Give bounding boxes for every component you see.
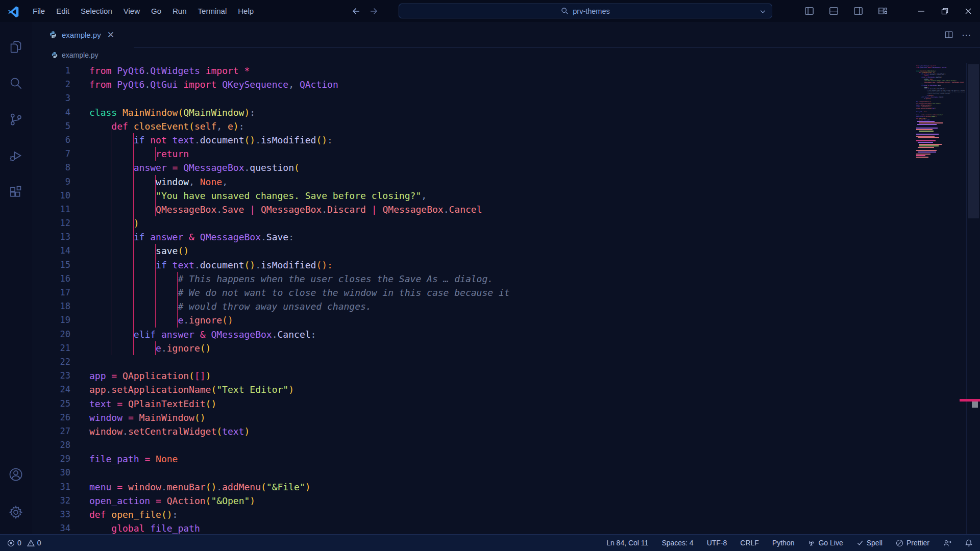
code-line[interactable]: 6 if not text.document().isModified():	[32, 133, 980, 147]
code-line[interactable]: 24app.setApplicationName("Text Editor")	[32, 383, 980, 396]
customize-layout-icon[interactable]	[874, 3, 891, 20]
line-number: 31	[32, 480, 70, 494]
problems-status[interactable]: 0 0	[7, 539, 41, 547]
code-line[interactable]: 14 save()	[32, 244, 980, 258]
line-number: 1	[32, 64, 70, 78]
code-line[interactable]: 19 e.ignore()	[32, 313, 980, 327]
back-arrow-icon[interactable]	[351, 6, 361, 16]
line-number: 33	[32, 508, 70, 521]
language-mode[interactable]: Python	[772, 539, 795, 547]
line-number: 23	[32, 369, 70, 383]
error-icon	[7, 539, 15, 547]
source-control-icon[interactable]	[0, 101, 32, 137]
menu-terminal[interactable]: Terminal	[192, 5, 233, 17]
toggle-secondary-sidebar-icon[interactable]	[849, 3, 867, 20]
encoding-setting[interactable]: UTF-8	[707, 539, 727, 547]
code-line[interactable]: 2from PyQt6.QtGui import QKeySequence, Q…	[32, 78, 980, 91]
check-icon	[856, 539, 864, 546]
code-line[interactable]: 33def open_file():	[32, 508, 980, 521]
line-number: 3	[32, 91, 70, 105]
code-line[interactable]: 30	[32, 466, 980, 480]
activity-bar	[0, 22, 32, 534]
forward-arrow-icon[interactable]	[369, 6, 379, 16]
code-line[interactable]: 5 def closeEvent(self, e):	[32, 119, 980, 133]
menu-edit[interactable]: Edit	[51, 5, 75, 17]
code-line[interactable]: 25text = QPlainTextEdit()	[32, 397, 980, 411]
line-number: 24	[32, 383, 70, 396]
code-line[interactable]: 13 if answer & QMessageBox.Save:	[32, 230, 980, 244]
indentation-setting[interactable]: Spaces: 4	[662, 539, 693, 547]
code-line[interactable]: 4class MainWindow(QMainWindow):	[32, 106, 980, 119]
code-line[interactable]: 31menu = window.menuBar().addMenu("&File…	[32, 480, 980, 494]
spell-checker-status[interactable]: Spell	[856, 539, 883, 547]
code-line[interactable]: 32open_action = QAction("&Open")	[32, 494, 980, 508]
search-icon[interactable]	[0, 65, 32, 101]
code-line[interactable]: 28	[32, 438, 980, 452]
code-line[interactable]: 16 # This happens when the user closes t…	[32, 272, 980, 286]
tab-close-icon[interactable]: ✕	[106, 30, 116, 40]
split-editor-icon[interactable]	[944, 30, 953, 39]
code-line[interactable]: 7 return	[32, 147, 980, 161]
menu-view[interactable]: View	[118, 5, 145, 17]
command-center-text: prv-themes	[573, 7, 610, 15]
go-live-button[interactable]: Go Live	[807, 539, 843, 547]
extensions-icon[interactable]	[0, 173, 32, 210]
toggle-panel-icon[interactable]	[825, 3, 842, 20]
code-line[interactable]: 3	[32, 91, 980, 105]
chevron-down-icon[interactable]	[759, 8, 767, 15]
code-line[interactable]: 20 elif answer & QMessageBox.Cancel:	[32, 328, 980, 341]
menu-selection[interactable]: Selection	[75, 5, 118, 17]
menu-run[interactable]: Run	[167, 5, 192, 17]
line-number: 16	[32, 272, 70, 286]
code-line[interactable]: 9 window, None,	[32, 175, 980, 189]
code-line[interactable]: 12 )	[32, 216, 980, 230]
settings-gear-icon[interactable]	[0, 493, 32, 531]
code-line[interactable]: 26window = MainWindow()	[32, 411, 980, 424]
line-number: 14	[32, 244, 70, 258]
editor-scrollbar-thumb[interactable]	[968, 64, 979, 218]
minimize-button[interactable]	[910, 0, 933, 22]
tab-bar-border	[134, 47, 980, 47]
menu-file[interactable]: File	[27, 5, 51, 17]
code-line[interactable]: 22	[32, 355, 980, 369]
run-debug-icon[interactable]	[0, 137, 32, 173]
code-line[interactable]: 23app = QApplication([])	[32, 369, 980, 383]
command-center-search[interactable]: prv-themes	[399, 4, 772, 18]
code-line[interactable]: 21 e.ignore()	[32, 341, 980, 355]
code-line[interactable]: 27window.setCentralWidget(text)	[32, 424, 980, 438]
feedback-icon[interactable]	[943, 539, 951, 547]
account-icon[interactable]	[0, 456, 32, 493]
code-line[interactable]: 18 # would throw away unsaved changes.	[32, 299, 980, 313]
close-window-button[interactable]	[957, 0, 980, 22]
overview-ruler-handle	[972, 402, 978, 408]
circle-slash-icon	[896, 539, 903, 547]
code-line[interactable]: 1from PyQt6.QtWidgets import *	[32, 64, 980, 78]
line-number: 29	[32, 452, 70, 466]
search-icon	[561, 7, 569, 15]
eol-setting[interactable]: CRLF	[740, 539, 759, 547]
code-line[interactable]: 8 answer = QMessageBox.question(	[32, 161, 980, 174]
vscode-logo-icon	[7, 5, 20, 18]
cursor-position[interactable]: Ln 84, Col 11	[606, 539, 648, 547]
menu-go[interactable]: Go	[145, 5, 167, 17]
code-line[interactable]: 10 "You have unsaved changes. Save befor…	[32, 189, 980, 203]
code-line[interactable]: 17 # We do not want to close the window …	[32, 286, 980, 299]
explorer-icon[interactable]	[0, 29, 32, 65]
notifications-bell-icon[interactable]	[965, 539, 973, 547]
toggle-primary-sidebar-icon[interactable]	[800, 3, 818, 20]
code-line[interactable]: 11 QMessageBox.Save | QMessageBox.Discar…	[32, 203, 980, 216]
menu-help[interactable]: Help	[232, 5, 259, 17]
tab-example-py[interactable]: example.py ✕	[42, 22, 122, 47]
more-actions-icon[interactable]: ⋯	[962, 29, 972, 41]
minimap[interactable]: from PyQt6.QtWidgets import *from PyQt6.…	[916, 65, 965, 158]
code-line[interactable]: 29file_path = None	[32, 452, 980, 466]
code-line[interactable]: 15 if text.document().isModified():	[32, 258, 980, 272]
line-number: 27	[32, 424, 70, 438]
breadcrumb-item-file[interactable]: example.py	[62, 51, 99, 59]
code-editor[interactable]: 1from PyQt6.QtWidgets import *2from PyQt…	[32, 63, 980, 534]
broadcast-icon	[807, 539, 815, 547]
restore-button[interactable]	[933, 0, 957, 22]
prettier-status[interactable]: Prettier	[896, 539, 929, 547]
line-number: 5	[32, 119, 70, 133]
code-line[interactable]: 34 global file_path	[32, 521, 980, 534]
